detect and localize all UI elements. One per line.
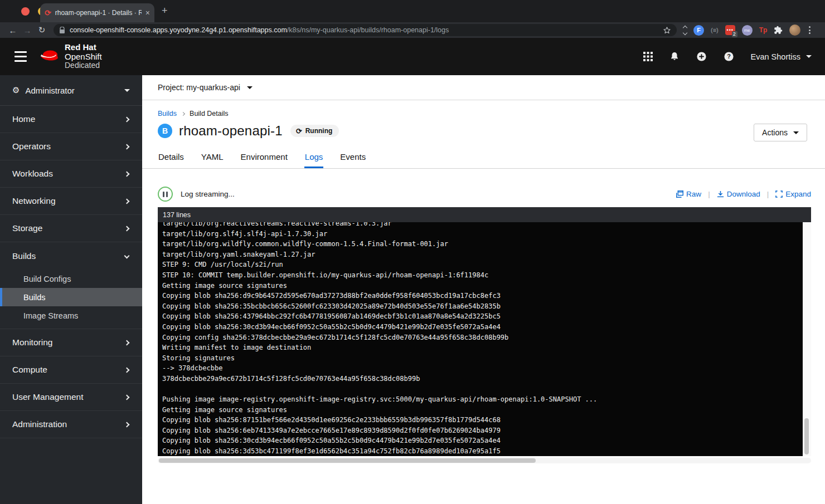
chevron-down-icon bbox=[124, 253, 130, 259]
url-bar[interactable]: console-openshift-console.apps.yoyodyne.… bbox=[54, 24, 677, 36]
redhat-fedora-icon bbox=[38, 48, 60, 65]
tab-events[interactable]: Events bbox=[339, 152, 366, 168]
sidebar-item-label: Builds bbox=[12, 251, 36, 261]
nav-toggle-hamburger-icon[interactable] bbox=[11, 48, 30, 65]
extension-blocker-icon[interactable]: •••2 bbox=[725, 25, 735, 35]
log-toolbar: Log streaming... Raw | bbox=[158, 187, 811, 202]
sidebar-item-build-configs[interactable]: Build Configs bbox=[0, 270, 142, 288]
tab-close-icon[interactable]: × bbox=[145, 9, 150, 17]
help-question-circle-icon[interactable]: ? bbox=[724, 51, 734, 62]
sidebar-item-image-streams[interactable]: Image Streams bbox=[0, 306, 142, 325]
sidebar-subitem-label: Build Configs bbox=[23, 275, 71, 283]
raw-link[interactable]: Raw bbox=[676, 190, 701, 198]
notifications-bell-icon[interactable] bbox=[669, 51, 680, 62]
chevron-right-icon bbox=[124, 367, 130, 373]
perspective-label: Administrator bbox=[25, 86, 74, 95]
log-line: target/lib/org.slf4j.slf4j-api-1.7.30.ja… bbox=[162, 229, 803, 239]
user-menu[interactable]: Evan Shortiss bbox=[751, 52, 812, 61]
log-line: Writing manifest to image destination bbox=[162, 342, 803, 353]
browser-menu-icon[interactable] bbox=[807, 26, 812, 34]
chevron-down-icon bbox=[806, 55, 812, 58]
chevron-right-icon bbox=[124, 340, 130, 345]
tab-environment[interactable]: Environment bbox=[240, 152, 288, 168]
vertical-scrollbar[interactable] bbox=[803, 222, 811, 456]
back-icon[interactable]: ← bbox=[6, 26, 20, 35]
extension-paren-icon[interactable]: (≡) bbox=[711, 27, 719, 33]
log-line: Storing signatures bbox=[162, 353, 803, 364]
chevron-down-icon bbox=[247, 86, 253, 89]
reload-icon[interactable]: ↻ bbox=[35, 25, 49, 35]
sidebar-item-home[interactable]: Home bbox=[0, 106, 142, 133]
sidebar-nav: ⚙ Administrator Home Operators Workloads… bbox=[0, 75, 142, 504]
log-links: Raw | Download | bbox=[676, 190, 811, 198]
sidebar-item-monitoring[interactable]: Monitoring bbox=[0, 329, 142, 356]
brand-line-2: OpenShift bbox=[65, 52, 102, 62]
log-line: Copying blob sha256:30cd3b94ecb66f0952c5… bbox=[162, 436, 803, 446]
tab-title: rhoam-openapi-1 · Details · Re bbox=[55, 9, 142, 17]
chevron-down-icon bbox=[124, 89, 130, 92]
sidebar-item-label: Networking bbox=[12, 196, 56, 206]
sidebar-item-administration[interactable]: Administration bbox=[0, 411, 142, 438]
close-window-button[interactable] bbox=[21, 7, 30, 16]
horizontal-scrollbar-thumb[interactable] bbox=[159, 458, 536, 463]
download-link[interactable]: Download bbox=[717, 190, 760, 198]
bookmark-star-icon[interactable] bbox=[663, 26, 671, 35]
sidebar-item-storage[interactable]: Storage bbox=[0, 215, 142, 242]
sidebar-item-compute[interactable]: Compute bbox=[0, 356, 142, 384]
sync-icon: ⟳ bbox=[296, 128, 302, 135]
vertical-scrollbar-thumb[interactable] bbox=[804, 418, 809, 454]
log-line: Pushing image image-registry.openshift-i… bbox=[162, 394, 803, 405]
page-title: rhoam-openapi-1 bbox=[179, 123, 283, 139]
breadcrumb-builds-link[interactable]: Builds bbox=[158, 110, 177, 118]
extensions-puzzle-icon[interactable] bbox=[774, 26, 783, 35]
raw-link-label: Raw bbox=[686, 190, 701, 198]
log-content[interactable]: target/lib/org.reactivestreams.reactive-… bbox=[158, 222, 803, 456]
tab-yaml[interactable]: YAML bbox=[201, 152, 224, 168]
download-icon bbox=[717, 190, 724, 198]
status-text: Running bbox=[305, 127, 333, 135]
browser-profile-avatar[interactable] bbox=[789, 25, 800, 36]
sidebar-item-label: Storage bbox=[12, 223, 42, 233]
extension-tp-icon[interactable]: Tp bbox=[759, 26, 768, 34]
sidebar-item-builds[interactable]: Builds bbox=[0, 242, 142, 270]
sidebar-item-operators[interactable]: Operators bbox=[0, 133, 142, 160]
divider: | bbox=[708, 190, 710, 198]
new-tab-button[interactable]: + bbox=[162, 6, 168, 16]
log-line: Copying blob sha256:437964bbc292fc6b4778… bbox=[162, 311, 803, 322]
chevron-right-icon bbox=[124, 198, 130, 204]
collapse-extensions-icon[interactable] bbox=[683, 26, 687, 35]
extension-badge-count: 2 bbox=[732, 31, 737, 37]
browser-tab[interactable]: ⟳ rhoam-openapi-1 · Details · Re × bbox=[40, 3, 154, 22]
sidebar-item-user-management[interactable]: User Management bbox=[0, 384, 142, 411]
project-selector[interactable]: Project: my-quarkus-api bbox=[142, 75, 825, 100]
log-line: Getting image source signatures bbox=[162, 405, 803, 415]
forward-icon[interactable]: → bbox=[20, 26, 35, 35]
breadcrumb-current: Build Details bbox=[190, 110, 228, 118]
url-domain: console-openshift-console.apps.yoyodyne.… bbox=[70, 26, 287, 34]
pause-streaming-button[interactable] bbox=[158, 187, 173, 202]
extension-me-icon[interactable]: me bbox=[742, 25, 753, 36]
sidebar-item-workloads[interactable]: Workloads bbox=[0, 160, 142, 188]
app-launcher-grid-icon[interactable] bbox=[643, 52, 653, 61]
gears-icon: ⚙ bbox=[12, 85, 20, 95]
sidebar-item-builds-current[interactable]: Builds bbox=[0, 288, 142, 306]
log-line: Copying blob sha256:d9c9b64572d595e670ad… bbox=[162, 291, 803, 301]
actions-button[interactable]: Actions bbox=[754, 124, 807, 141]
divider: | bbox=[767, 190, 769, 198]
horizontal-scrollbar[interactable] bbox=[158, 458, 811, 463]
log-viewer: 137 lines target/lib/org.reactivestreams… bbox=[158, 207, 811, 456]
add-plus-circle-icon[interactable] bbox=[696, 51, 707, 62]
log-line: target/lib/org.wildfly.common.wildfly-co… bbox=[162, 239, 803, 249]
log-line: Copying blob sha256:35bcbbcb656c52600fc6… bbox=[162, 301, 803, 312]
tab-details[interactable]: Details bbox=[158, 152, 185, 168]
log-line: Copying config sha256:378dcbecbbe29a9ec6… bbox=[162, 332, 803, 343]
log-line-count: 137 lines bbox=[158, 207, 811, 222]
divider bbox=[0, 325, 142, 329]
log-line: --> 378dcbecbbe bbox=[162, 363, 803, 374]
sidebar-item-networking[interactable]: Networking bbox=[0, 188, 142, 215]
expand-link[interactable]: Expand bbox=[775, 190, 811, 198]
extension-f-icon[interactable]: F bbox=[693, 25, 704, 36]
perspective-switcher[interactable]: ⚙ Administrator bbox=[0, 75, 142, 106]
tab-logs[interactable]: Logs bbox=[304, 152, 324, 168]
sidebar-subitem-label: Image Streams bbox=[23, 311, 78, 320]
